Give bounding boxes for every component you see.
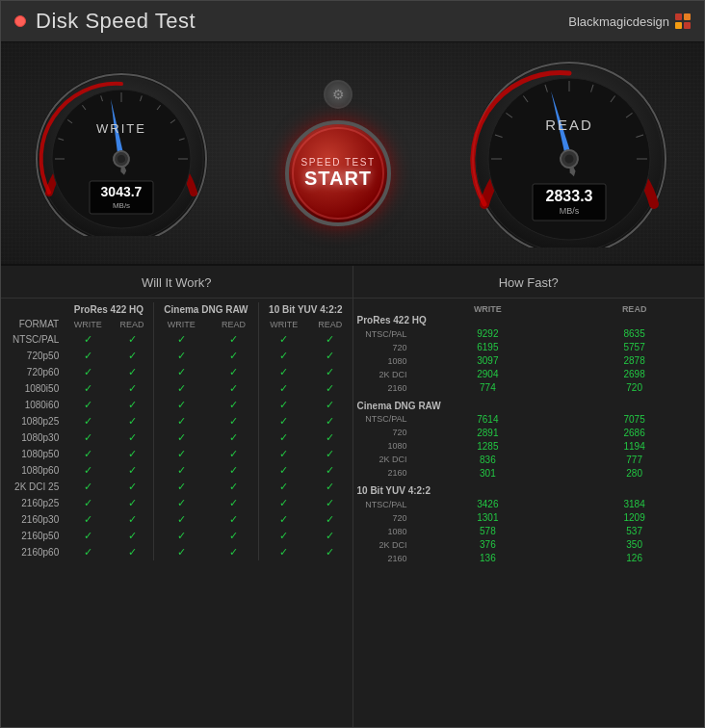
cinema-read-header: READ (209, 317, 259, 331)
check-icon: ✓ (177, 382, 186, 394)
hf-write-value: 9292 (411, 327, 565, 341)
check-icon: ✓ (128, 366, 137, 377)
check-icon: ✓ (84, 513, 92, 525)
check-cell: ✓ (308, 528, 352, 544)
svg-text:READ: READ (545, 117, 593, 133)
yuv-write-header: WRITE (259, 317, 308, 331)
hf-section-row: 10 Bit YUV 4:2:2 (353, 480, 705, 498)
how-fast-title: How Fast? (353, 275, 705, 299)
start-main-label: START (304, 168, 372, 190)
prores-read-header: READ (111, 317, 153, 331)
row-label: 2160p60 (1, 544, 65, 560)
svg-text:MB/s: MB/s (113, 201, 130, 210)
how-fast-panel: How Fast? WRITE READ ProRes 422 HQ NTSC/… (353, 266, 705, 727)
check-cell: ✓ (308, 544, 352, 560)
check-icon: ✓ (177, 464, 186, 476)
hf-read-value: 8635 (564, 327, 704, 341)
check-cell: ✓ (259, 544, 308, 560)
hf-row-label: 2160 (353, 381, 411, 395)
check-icon: ✓ (177, 448, 186, 459)
check-cell: ✓ (153, 479, 209, 495)
hf-read-value: 1194 (564, 439, 704, 453)
check-icon: ✓ (128, 399, 137, 410)
check-cell: ✓ (65, 397, 111, 413)
check-cell: ✓ (65, 462, 111, 479)
svg-text:MB/s: MB/s (560, 206, 580, 216)
check-cell: ✓ (153, 495, 209, 511)
hf-data-row: 720 2891 2686 (353, 426, 705, 439)
check-icon: ✓ (229, 448, 238, 459)
row-label: 1080i60 (1, 397, 65, 413)
check-icon: ✓ (177, 546, 186, 558)
check-cell: ✓ (259, 429, 308, 446)
check-icon: ✓ (128, 431, 137, 443)
check-icon: ✓ (279, 530, 288, 541)
check-cell: ✓ (308, 429, 352, 446)
hf-data-row: NTSC/PAL 3426 3184 (353, 498, 705, 511)
check-icon: ✓ (326, 513, 334, 525)
check-icon: ✓ (84, 382, 92, 394)
data-area: Will It Work? ProRes 422 HQ Cinema DNG R… (1, 264, 704, 727)
check-icon: ✓ (229, 350, 238, 361)
hf-read-header: READ (564, 302, 704, 315)
hf-data-row: 2160 136 126 (353, 552, 705, 565)
hf-read-value: 2698 (564, 368, 704, 381)
hf-read-value: 5757 (564, 341, 704, 354)
cinema-header: Cinema DNG RAW (153, 302, 259, 317)
hf-data-row: 1080 578 537 (353, 525, 705, 538)
hf-row-label: NTSC/PAL (353, 327, 411, 341)
check-cell: ✓ (209, 331, 259, 348)
check-cell: ✓ (111, 511, 153, 528)
hf-write-value: 136 (411, 552, 565, 565)
check-cell: ✓ (209, 462, 259, 479)
check-icon: ✓ (326, 497, 334, 508)
will-it-work-row: NTSC/PAL✓✓✓✓✓✓ (1, 331, 352, 348)
hf-row-label: 1080 (353, 525, 411, 538)
will-it-work-row: 1080i50✓✓✓✓✓✓ (1, 380, 352, 397)
check-cell: ✓ (65, 348, 111, 364)
check-icon: ✓ (84, 431, 92, 443)
will-it-work-row: 2160p50✓✓✓✓✓✓ (1, 528, 352, 544)
brand-area: Blackmagicdesign (568, 13, 691, 29)
hf-data-row: 720 1301 1209 (353, 511, 705, 525)
will-it-work-row: 2160p25✓✓✓✓✓✓ (1, 495, 352, 511)
check-cell: ✓ (308, 348, 352, 364)
check-icon: ✓ (326, 530, 334, 541)
hf-read-value: 3184 (564, 498, 704, 511)
check-cell: ✓ (209, 364, 259, 380)
prores-header: ProRes 422 HQ (65, 302, 153, 317)
hf-data-row: 2160 301 280 (353, 466, 705, 480)
will-it-work-row: 1080p30✓✓✓✓✓✓ (1, 429, 352, 446)
check-icon: ✓ (128, 333, 137, 345)
check-icon: ✓ (326, 399, 334, 410)
hf-data-row: 2160 774 720 (353, 381, 705, 395)
check-cell: ✓ (65, 479, 111, 495)
hf-row-label: NTSC/PAL (353, 412, 411, 426)
check-cell: ✓ (65, 495, 111, 511)
hf-data-row: 2K DCI 836 777 (353, 453, 705, 466)
check-icon: ✓ (177, 415, 186, 427)
hf-row-label: 2K DCI (353, 453, 411, 466)
check-cell: ✓ (153, 413, 209, 429)
check-cell: ✓ (65, 429, 111, 446)
settings-button[interactable]: ⚙ (324, 80, 352, 109)
check-cell: ✓ (111, 380, 153, 397)
start-button[interactable]: SPEED TEST START (285, 120, 391, 226)
check-cell: ✓ (153, 331, 209, 348)
check-icon: ✓ (128, 448, 137, 459)
hf-read-value: 2878 (564, 354, 704, 368)
check-cell: ✓ (111, 528, 153, 544)
check-icon: ✓ (279, 415, 288, 427)
check-icon: ✓ (128, 497, 137, 508)
check-cell: ✓ (153, 348, 209, 364)
check-icon: ✓ (128, 415, 137, 427)
hf-row-label: 2160 (353, 552, 411, 565)
hf-row-label: 2K DCI (353, 368, 411, 381)
check-cell: ✓ (111, 413, 153, 429)
check-icon: ✓ (326, 448, 334, 459)
hf-row-label: 2160 (353, 466, 411, 480)
center-controls[interactable]: ⚙ SPEED TEST START (285, 80, 391, 226)
check-cell: ✓ (153, 528, 209, 544)
gauge-area: WRITE 3043.7 MB/s ⚙ SPEED TEST START (1, 42, 704, 264)
close-button[interactable] (14, 15, 26, 27)
